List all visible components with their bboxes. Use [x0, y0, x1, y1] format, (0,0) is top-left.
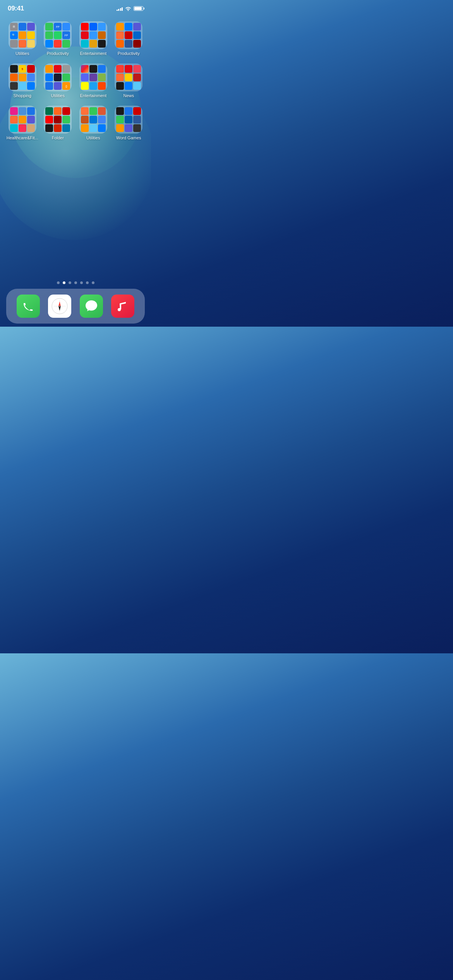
- folder-utilities-2[interactable]: {} Utilities: [42, 63, 74, 98]
- folder-label-wordgames: Word Games: [116, 135, 141, 140]
- folder-label-entertainment-1: Entertainment: [80, 51, 106, 56]
- app-grid: ⊞ 🔍 Utilities FP FP Productivity: [0, 21, 151, 140]
- folder-label-shopping: Shopping: [14, 93, 32, 98]
- music-icon: [116, 300, 129, 313]
- folder-label-utilities-2: Utilities: [51, 93, 65, 98]
- folder-wordgames[interactable]: Word Games: [113, 106, 145, 140]
- folder-label-utilities-3: Utilities: [86, 135, 100, 140]
- folder-label-healthcare: Healthcare&Fit...: [7, 135, 38, 140]
- folder-label-productivity-1: Productivity: [47, 51, 69, 56]
- battery-icon: [134, 6, 143, 11]
- status-time: 09:41: [8, 5, 24, 12]
- page-dot-6[interactable]: [92, 281, 94, 284]
- dock-app-messages[interactable]: [80, 295, 103, 318]
- folder-entertainment-1[interactable]: Entertainment: [77, 21, 110, 56]
- phone-icon: [22, 300, 34, 312]
- folder-shopping[interactable]: 5 Shopping: [6, 63, 39, 98]
- page-dot-0[interactable]: [57, 281, 60, 284]
- signal-icon: [117, 6, 123, 11]
- folder-news[interactable]: News: [113, 63, 145, 98]
- folder-entertainment-2[interactable]: Entertainment: [77, 63, 110, 98]
- folder-label-productivity-2: Productivity: [118, 51, 140, 56]
- folder-label-utilities-1: Utilities: [15, 51, 29, 56]
- safari-icon: [51, 298, 68, 315]
- status-bar: 09:41: [0, 0, 151, 17]
- folder-label-news: News: [123, 93, 134, 98]
- dock-app-music[interactable]: [111, 295, 134, 318]
- page-dot-3[interactable]: [74, 281, 77, 284]
- folder-label-food: Folder: [52, 135, 64, 140]
- folder-label-entertainment-2: Entertainment: [80, 93, 106, 98]
- wifi-icon: [125, 6, 131, 11]
- folder-productivity-2[interactable]: Productivity: [113, 21, 145, 56]
- folder-productivity-1[interactable]: FP FP Productivity: [42, 21, 74, 56]
- page-dot-1[interactable]: [63, 281, 65, 284]
- messages-icon: [85, 300, 98, 313]
- svg-point-6: [59, 305, 60, 307]
- folder-utilities-3[interactable]: Utilities: [77, 106, 110, 140]
- dock: [6, 289, 145, 324]
- page-dots: [0, 281, 151, 284]
- folder-healthcare[interactable]: Healthcare&Fit...: [6, 106, 39, 140]
- folder-utilities-1[interactable]: ⊞ 🔍 Utilities: [6, 21, 39, 56]
- page-dot-5[interactable]: [86, 281, 89, 284]
- page-dot-2[interactable]: [69, 281, 71, 284]
- folder-food[interactable]: Folder: [42, 106, 74, 140]
- dock-app-phone[interactable]: [17, 295, 40, 318]
- status-icons: [117, 6, 144, 11]
- page-dot-4[interactable]: [80, 281, 83, 284]
- dock-app-safari[interactable]: [48, 295, 71, 318]
